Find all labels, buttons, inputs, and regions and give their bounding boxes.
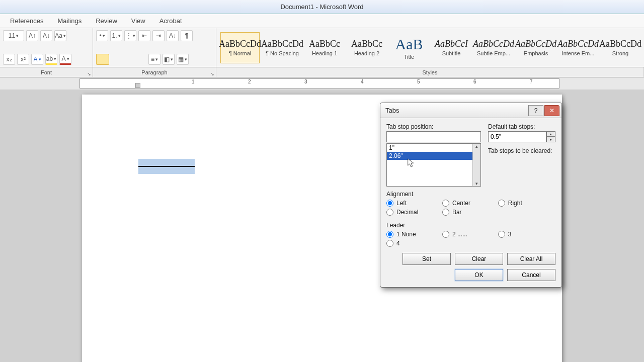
tab-view[interactable]: View	[131, 17, 145, 25]
cancel-button[interactable]: Cancel	[507, 269, 555, 281]
ribbon-tabs: References Mailings Review View Acrobat	[0, 14, 644, 28]
listbox-scrollbar[interactable]: ▴▾	[472, 144, 480, 186]
font-color-button[interactable]: A	[59, 54, 71, 65]
font-dialog-launcher[interactable]: ↘	[87, 71, 91, 76]
horizontal-ruler[interactable]: 1234567	[79, 78, 559, 88]
to-be-cleared-label: Tab stops to be cleared:	[488, 147, 555, 154]
title-bar: Document1 - Microsoft Word	[0, 0, 644, 14]
dialog-title: Tabs	[385, 107, 399, 114]
dialog-titlebar[interactable]: Tabs ? ✕	[380, 103, 561, 118]
help-button[interactable]: ?	[528, 105, 543, 116]
highlight-button[interactable]: ab	[45, 54, 57, 65]
font-size-dropdown[interactable]: 11	[3, 30, 24, 41]
shrink-font-button[interactable]: A↓	[40, 30, 52, 41]
alignment-right[interactable]: Right	[498, 200, 554, 207]
line-spacing-button[interactable]: ≡	[148, 54, 160, 65]
grow-font-button[interactable]: A↑	[26, 30, 38, 41]
style-emphasis[interactable]: AaBbCcDdEmphasis	[516, 32, 555, 63]
ruler-tick: 7	[530, 79, 533, 84]
leader-3[interactable]: 4	[386, 240, 442, 247]
increase-indent-button[interactable]: ⇥	[152, 30, 165, 41]
ruler-tick: 2	[248, 79, 251, 84]
default-tab-stops-input[interactable]	[488, 131, 546, 142]
style-heading-1[interactable]: AaBbCcHeading 1	[305, 32, 344, 63]
sort-button[interactable]: A↓	[167, 30, 179, 41]
ruler-tick: 5	[417, 79, 420, 84]
clear-all-button[interactable]: Clear All	[507, 253, 555, 265]
group-font: Font↘	[0, 67, 93, 77]
subscript-button[interactable]: x₂	[3, 54, 15, 65]
tab-review[interactable]: Review	[96, 17, 117, 25]
tab-stop-position-label: Tab stop position:	[386, 123, 481, 130]
superscript-button[interactable]: x²	[17, 54, 29, 65]
alignment-left[interactable]: Left	[386, 200, 442, 207]
alignment-bar[interactable]: Bar	[442, 209, 498, 216]
style-heading-2[interactable]: AaBbCcHeading 2	[347, 32, 386, 63]
leader-label: Leader	[386, 222, 555, 229]
text-effects-button[interactable]: A	[31, 54, 43, 65]
style--normal[interactable]: AaBbCcDd¶ Normal	[220, 32, 260, 63]
shading-button[interactable]: ◧	[163, 54, 175, 65]
close-button[interactable]: ✕	[544, 105, 559, 116]
list-item[interactable]: 1"	[387, 144, 480, 152]
clear-button[interactable]: Clear	[455, 253, 503, 265]
ruler-tick: 1	[192, 79, 195, 84]
style--no-spacing[interactable]: AaBbCcDd¶ No Spacing	[263, 32, 302, 63]
ruler-tick: 4	[361, 79, 364, 84]
style-subtitle[interactable]: AaBbCcISubtitle	[432, 32, 471, 63]
leader-radios: 1 None2 ......34	[386, 231, 555, 249]
ruler-tick: 6	[473, 79, 476, 84]
ruler-tick: 3	[304, 79, 307, 84]
multilevel-list-button[interactable]: ⋮	[124, 30, 136, 41]
alignment-radios: LeftCenterRightDecimalBar	[386, 200, 555, 218]
default-tab-stops-spinner[interactable]: ▴▾	[546, 131, 555, 142]
leader-0[interactable]: 1 None	[386, 231, 442, 238]
numbering-button[interactable]: 1.	[110, 30, 122, 41]
group-paragraph: Paragraph↘	[93, 67, 216, 77]
selected-tab-line	[138, 159, 195, 174]
styles-gallery[interactable]: AaBbCcDd¶ NormalAaBbCcDd¶ No SpacingAaBb…	[216, 28, 644, 67]
group-styles: Styles	[216, 67, 644, 77]
style-intense-em-[interactable]: AaBbCcDdIntense Em...	[558, 32, 598, 63]
ribbon-group-labels: Font↘ Paragraph↘ Styles	[0, 67, 644, 77]
tabs-dialog: Tabs ? ✕ Tab stop position: 1"2.06"▴▾ De…	[380, 103, 562, 288]
alignment-center[interactable]: Center	[442, 200, 498, 207]
ok-button[interactable]: OK	[455, 269, 503, 281]
decrease-indent-button[interactable]: ⇤	[138, 30, 150, 41]
tab-references[interactable]: References	[10, 17, 43, 25]
window-title: Document1 - Microsoft Word	[280, 3, 363, 11]
default-tab-stops-label: Default tab stops:	[488, 123, 555, 130]
indent-marker[interactable]	[135, 83, 140, 88]
set-button[interactable]: Set	[403, 253, 451, 265]
paragraph-dialog-launcher[interactable]: ↘	[210, 71, 214, 76]
change-case-button[interactable]: Aa	[54, 30, 66, 41]
style-strong[interactable]: AaBbCcDdStrong	[601, 32, 640, 63]
list-item[interactable]: 2.06"	[387, 152, 480, 160]
bullets-button[interactable]: •	[96, 30, 108, 41]
style-subtle-emp-[interactable]: AaBbCcDdSubtle Emp...	[474, 32, 513, 63]
tab-stop-listbox[interactable]: 1"2.06"▴▾	[386, 143, 481, 187]
tab-stop-position-input[interactable]	[386, 131, 481, 142]
borders-button[interactable]: ▦	[177, 54, 189, 65]
shading-swatch[interactable]	[96, 54, 109, 65]
alignment-decimal[interactable]: Decimal	[386, 209, 442, 216]
style-title[interactable]: AaBTitle	[389, 32, 429, 63]
alignment-label: Alignment	[386, 191, 555, 198]
leader-2[interactable]: 3	[498, 231, 554, 238]
ribbon: 11 A↑ A↓ Aa x₂ x² A ab A • 1. ⋮ ⇤ ⇥ A↓ ¶…	[0, 28, 644, 67]
tab-mailings[interactable]: Mailings	[57, 17, 82, 25]
leader-1[interactable]: 2 ......	[442, 231, 498, 238]
tab-acrobat[interactable]: Acrobat	[159, 17, 182, 25]
show-marks-button[interactable]: ¶	[181, 30, 193, 41]
ruler-area: 1234567	[0, 77, 644, 89]
